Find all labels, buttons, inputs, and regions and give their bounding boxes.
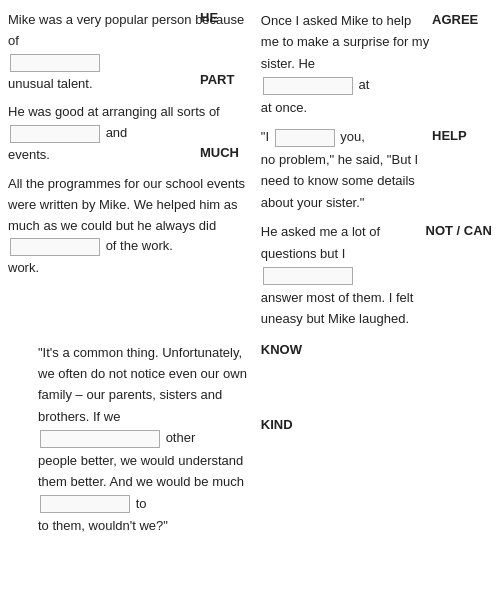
quote-text3: to them, wouldn't we?" (38, 518, 168, 533)
blank-input-8[interactable] (40, 495, 130, 513)
quote-other: other (166, 430, 196, 445)
right-block3-text-after: answer most of them. I felt uneasy but M… (261, 290, 413, 326)
blank-input-2[interactable] (10, 125, 100, 143)
right-block-2: "I you, no problem," he said, "But I nee… (261, 126, 432, 213)
keyword-not-can: NOT / CAN (426, 221, 492, 238)
keyword-part: PART (200, 72, 234, 87)
keyword-agree: AGREE (432, 10, 492, 27)
keyword-know: KNOW (261, 342, 302, 357)
left-block2-and: and (106, 126, 128, 141)
blank-input-7[interactable] (40, 430, 160, 448)
keyword-kind: KIND (261, 417, 293, 432)
left-block3-text-before: All the programmes for our school events… (8, 176, 245, 233)
right-row-1: Once I asked Mike to help me to make a s… (261, 10, 492, 118)
right-block2-text-after: you, (340, 129, 365, 144)
keyword-he: HE (200, 10, 218, 25)
bottom-right-column: KNOW KIND (255, 342, 492, 545)
right-block2-rest: no problem," he said, "But I need to kno… (261, 152, 418, 210)
right-block-1: Once I asked Mike to help me to make a s… (261, 10, 432, 118)
left-block3-text-after: of the work. (106, 239, 173, 254)
right-block3-text-before: He asked me a lot of questions but I (261, 224, 380, 260)
keyword-help: HELP (432, 126, 492, 143)
left-block2-text-before: He was good at arranging all sorts of (8, 104, 220, 119)
quote-text1: "It's a common thing. Unfortunately, we … (38, 345, 247, 424)
left-block2-text-after: events. (8, 147, 50, 162)
quote-text2: people better, we would understand them … (38, 453, 244, 489)
blank-input-1[interactable] (10, 54, 100, 72)
right-column: Once I asked Mike to help me to make a s… (255, 10, 492, 338)
keyword-much: MUCH (200, 145, 239, 160)
right-block-3: He asked me a lot of questions but I ans… (261, 221, 426, 329)
quote-block: "It's a common thing. Unfortunately, we … (38, 342, 249, 537)
right-block1-text-after: at once. (261, 100, 307, 115)
bottom-left-column: "It's a common thing. Unfortunately, we … (8, 342, 255, 545)
quote-to: to (136, 496, 147, 511)
right-block2-quote: "I (261, 129, 273, 144)
right-row-2: "I you, no problem," he said, "But I nee… (261, 126, 492, 213)
right-row-3: He asked me a lot of questions but I ans… (261, 221, 492, 329)
left-block-3: All the programmes for our school events… (8, 174, 249, 279)
left-block1-text-after: unusual talent. (8, 76, 93, 91)
right-block1-at: at (358, 77, 369, 92)
page: Mike was a very popular person because o… (0, 0, 500, 555)
blank-input-6[interactable] (263, 267, 353, 285)
left-column: Mike was a very popular person because o… (8, 10, 255, 338)
blank-input-3[interactable] (10, 238, 100, 256)
right-block1-text-before: Once I asked Mike to help me to make a s… (261, 13, 429, 71)
blank-input-4[interactable] (263, 77, 353, 95)
blank-input-5[interactable] (275, 129, 335, 147)
